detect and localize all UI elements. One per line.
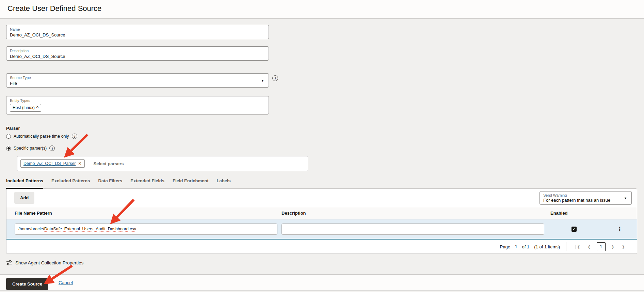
patterns-table-header: File Name Pattern Description Enabled: [6, 207, 637, 219]
page-footer: Create Source Cancel: [0, 274, 644, 290]
description-field[interactable]: Description Demo_AZ_OCI_DS_Source: [6, 46, 269, 61]
tab-excluded-patterns[interactable]: Excluded Patterns: [51, 178, 90, 189]
send-warning-select[interactable]: Send Warning For each pattern that has a…: [540, 191, 632, 205]
entity-types-label: Entity Types: [10, 98, 265, 103]
parser-heading: Parser: [6, 126, 20, 131]
file-name-pattern-input[interactable]: /home/oracle/DataSafe_External_Users_Aud…: [15, 224, 277, 235]
radio-selected-icon: [6, 146, 11, 151]
parser-chip-link[interactable]: Demo_AZ_OCI_DS_Parser: [23, 161, 76, 166]
column-header-file-name-pattern: File Name Pattern: [15, 207, 52, 219]
parser-option-specific-parsers-label: Specific parser(s): [14, 146, 47, 151]
auto-parse-info-icon[interactable]: i: [72, 134, 77, 139]
show-agent-collection-properties-toggle[interactable]: Show Agent Collection Properties: [6, 260, 83, 266]
entity-type-chip-remove-icon[interactable]: ✕: [36, 105, 39, 109]
name-field-label: Name: [10, 27, 265, 32]
entity-type-chip: Host (Linux) ✕: [10, 104, 41, 112]
parser-option-auto-parse-label: Automatically parse time only: [14, 134, 69, 139]
tab-included-patterns[interactable]: Included Patterns: [6, 178, 43, 189]
source-type-select[interactable]: Source Type File ▼: [6, 73, 269, 88]
column-header-enabled: Enabled: [550, 207, 568, 219]
cancel-link[interactable]: Cancel: [59, 280, 73, 285]
page-header: Create User Defined Source: [0, 0, 644, 19]
page-of-total: of 1: [522, 244, 530, 249]
parser-chip: Demo_AZ_OCI_DS_Parser ✕: [20, 159, 85, 168]
radio-unselected-icon: [6, 134, 11, 139]
current-page-box[interactable]: 1: [597, 242, 606, 251]
check-icon: ✓: [573, 227, 576, 231]
show-agent-collection-properties-label: Show Agent Collection Properties: [15, 260, 83, 265]
parser-chip-remove-icon[interactable]: ✕: [78, 161, 82, 166]
entity-type-chip-label: Host (Linux): [13, 105, 35, 110]
entity-types-field[interactable]: Entity Types Host (Linux) ✕: [6, 96, 269, 114]
pagination-bar: Page 1 of 1 (1 of 1 items) ❮ ❮ 1 ❯ ❯: [6, 240, 637, 254]
pattern-tabs: Included Patterns Excluded Patterns Data…: [6, 178, 231, 189]
source-type-value: File: [10, 80, 265, 86]
chevron-down-icon: ▼: [261, 79, 264, 82]
included-patterns-card: Add Send Warning For each pattern that h…: [6, 188, 637, 254]
name-field[interactable]: Name Demo_AZ_OCI_DS_Source: [6, 25, 269, 39]
last-page-icon[interactable]: ❯: [622, 245, 626, 249]
parser-multiselect-field[interactable]: Demo_AZ_OCI_DS_Parser ✕ Select parsers: [17, 156, 308, 171]
send-warning-value: For each pattern that has an issue: [543, 198, 628, 203]
parser-option-auto-parse[interactable]: Automatically parse time only i: [6, 134, 77, 139]
bottom-edge-strip: [0, 290, 644, 292]
file-path-name: DataSafe_External_Users_Audit_Dashboard.…: [44, 227, 136, 231]
pattern-description-input[interactable]: [281, 224, 544, 235]
add-pattern-button[interactable]: Add: [14, 192, 34, 204]
previous-page-icon[interactable]: ❮: [587, 245, 591, 249]
chevron-down-icon: ▼: [624, 197, 627, 200]
patterns-toolbar: Add Send Warning For each pattern that h…: [6, 189, 637, 207]
page-title: Create User Defined Source: [7, 4, 101, 13]
page-label: Page: [500, 244, 510, 249]
first-page-icon[interactable]: ❮: [576, 245, 580, 249]
row-actions-kebab-icon[interactable]: ⋮: [617, 225, 623, 233]
pattern-table-row: /home/oracle/DataSafe_External_Users_Aud…: [6, 219, 637, 240]
column-header-description: Description: [281, 207, 306, 219]
enabled-checkbox[interactable]: ✓: [571, 227, 577, 232]
next-page-icon[interactable]: ❯: [611, 245, 614, 249]
tab-extended-fields[interactable]: Extended Fields: [130, 178, 164, 189]
items-summary: (1 of 1 items): [534, 244, 560, 249]
file-path-prefix: /home/oracle/: [18, 227, 44, 231]
description-field-label: Description: [10, 48, 265, 53]
source-type-info-icon[interactable]: i: [272, 75, 278, 81]
send-warning-label: Send Warning: [543, 193, 628, 198]
tab-field-enrichment[interactable]: Field Enrichment: [173, 178, 208, 189]
source-type-label: Source Type: [10, 75, 265, 80]
tab-data-filters[interactable]: Data Filters: [98, 178, 123, 189]
description-field-value: Demo_AZ_OCI_DS_Source: [10, 53, 265, 59]
page-number: 1: [515, 244, 517, 249]
parser-placeholder: Select parsers: [94, 161, 124, 166]
parser-option-specific-parsers[interactable]: Specific parser(s) i: [6, 145, 55, 151]
pagination-divider: [566, 242, 566, 251]
specific-parsers-info-icon[interactable]: i: [49, 145, 55, 151]
sliders-icon: [6, 260, 13, 266]
tab-labels[interactable]: Labels: [217, 178, 231, 189]
create-source-button[interactable]: Create Source: [6, 278, 48, 290]
name-field-value: Demo_AZ_OCI_DS_Source: [10, 32, 265, 38]
